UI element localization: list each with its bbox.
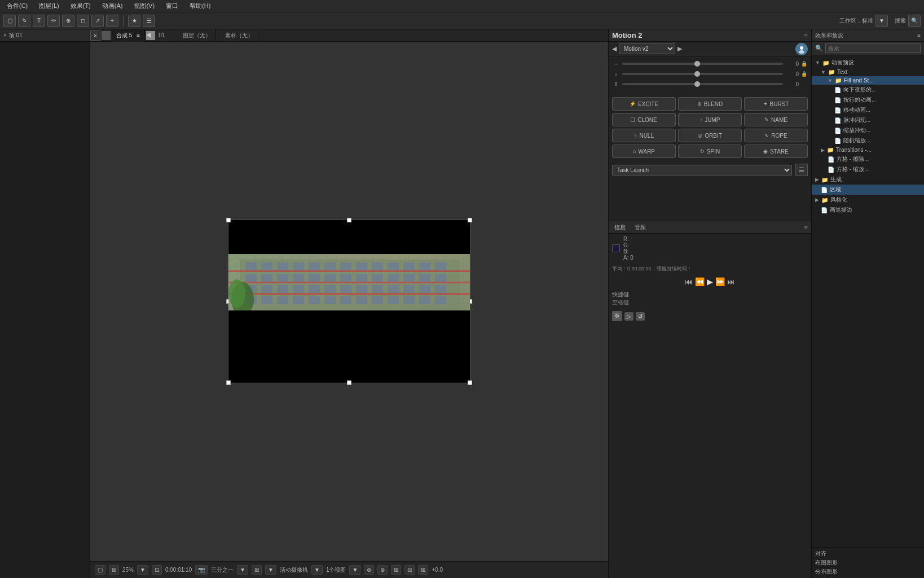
transfer-btn[interactable]: ⊕ xyxy=(364,565,374,575)
fx-item-8[interactable]: 📄 随机缩放... xyxy=(812,135,924,146)
fx-item-13[interactable]: 📄 区域 xyxy=(812,185,924,195)
view-toggle-btn[interactable]: ⊞ xyxy=(252,565,262,575)
fx-item-6[interactable]: 📄 脉冲闪现... xyxy=(812,115,924,125)
stare-button[interactable]: ◉ STARE xyxy=(744,144,808,158)
fx-item-2[interactable]: ▼ 📁 Fill and St... xyxy=(812,76,924,85)
clone-button[interactable]: ❑ CLONE xyxy=(612,113,676,126)
effects-menu-icon[interactable]: ≡ xyxy=(917,32,921,38)
motion-next-btn[interactable]: ▶ xyxy=(677,45,682,52)
handle-bc[interactable] xyxy=(347,380,351,385)
fx-item-1[interactable]: ▼ 📁 Text xyxy=(812,68,924,76)
snap-btn[interactable]: ⊡ xyxy=(152,565,162,575)
excite-button[interactable]: ⚡ EXCITE xyxy=(612,97,676,111)
fx-item-0[interactable]: ▼ 📁 动画预设 xyxy=(812,58,924,68)
handle-tl[interactable] xyxy=(226,218,231,222)
menu-item-0[interactable]: 合件(C) xyxy=(5,1,30,11)
slider-y-thumb[interactable] xyxy=(694,71,700,77)
fx-item-9[interactable]: ▶ 📁 Transitions -... xyxy=(812,146,924,154)
tool-pen[interactable]: ✎ xyxy=(18,15,30,27)
motion-prev-btn[interactable]: ◀ xyxy=(612,45,617,52)
jump-button[interactable]: ↑ JUMP xyxy=(678,113,742,126)
panel-tab-layer[interactable]: 图层（无） xyxy=(178,29,216,42)
effects-search-input[interactable] xyxy=(825,43,921,53)
tool-select[interactable]: ▢ xyxy=(3,15,16,27)
guide-btn[interactable]: ⊟ xyxy=(404,565,415,575)
cam-btn[interactable]: 📷 xyxy=(195,565,208,575)
slider-z-thumb[interactable] xyxy=(694,81,700,87)
tool-shape[interactable]: + xyxy=(106,15,118,27)
tool-text[interactable]: T xyxy=(33,15,45,27)
fx-item-10[interactable]: 📄 方格 - 擦除... xyxy=(812,154,924,164)
fx-item-5[interactable]: 📄 移动动画... xyxy=(812,105,924,115)
camera-dropdown[interactable]: ▼ xyxy=(311,565,323,575)
motion-menu-icon[interactable]: ≡ xyxy=(804,32,808,39)
view-mode-dropdown[interactable]: ▼ xyxy=(349,565,360,575)
view-dropdown[interactable]: ▼ xyxy=(265,565,276,575)
menu-item-2[interactable]: 效果(T) xyxy=(68,1,93,11)
tool-eraser[interactable]: ◻ xyxy=(77,15,89,27)
menu-item-6[interactable]: 帮助(H) xyxy=(187,1,213,11)
info-menu-icon[interactable]: ≡ xyxy=(804,224,808,231)
lock-x-icon[interactable]: 🔒 xyxy=(801,61,808,67)
menu-item-4[interactable]: 视图(V) xyxy=(131,1,157,11)
grid-btn[interactable]: ⊞ xyxy=(391,565,401,575)
tool-brush[interactable]: ✏ xyxy=(47,15,60,27)
slider-x-track[interactable] xyxy=(622,63,783,65)
slider-z-track[interactable] xyxy=(622,83,783,85)
fx-item-3[interactable]: 📄 向下变形的... xyxy=(812,85,924,95)
fx-item-7[interactable]: 📄 缩放冲动... xyxy=(812,125,924,135)
tool-star[interactable]: ★ xyxy=(128,15,140,27)
null-button[interactable]: ○ NULL xyxy=(612,129,676,142)
lang-icon-btn[interactable]: ▷ xyxy=(624,312,633,321)
info-tab-audio[interactable]: 音频 xyxy=(632,222,648,233)
fx-item-12[interactable]: ▶ 📁 生成 xyxy=(812,174,924,185)
tool-menu[interactable]: ☰ xyxy=(143,15,155,27)
task-options-btn[interactable]: ☰ xyxy=(795,164,808,176)
fx-item-11[interactable]: 📄 方格 - 缩放... xyxy=(812,164,924,174)
lang-cn-btn[interactable]: 英 xyxy=(612,311,622,321)
fx-item-4[interactable]: 📄 按行的动画... xyxy=(812,95,924,105)
motion-version-dropdown[interactable]: Motion v2 xyxy=(619,43,675,54)
menu-item-3[interactable]: 动画(A) xyxy=(100,1,125,11)
menu-item-1[interactable]: 图层(L) xyxy=(37,1,61,11)
zoom-dropdown[interactable]: ▼ xyxy=(137,565,148,575)
search-button[interactable]: 🔍 xyxy=(908,15,921,27)
fx-item-14[interactable]: ▶ 📁 风格化 xyxy=(812,195,924,205)
lang-reload-btn[interactable]: ↺ xyxy=(636,312,645,321)
transport-last-btn[interactable]: ⏭ xyxy=(727,277,735,286)
orbit-button[interactable]: ◎ ORBIT xyxy=(678,129,742,142)
tool-puppet[interactable]: ↗ xyxy=(91,15,104,27)
transport-play-btn[interactable]: ▶ xyxy=(707,277,713,286)
slider-y-track[interactable] xyxy=(622,73,783,75)
blend-button[interactable]: ⊕ BLEND xyxy=(678,97,742,111)
handle-bl[interactable] xyxy=(226,380,231,385)
task-launch-dropdown[interactable]: Task Launch xyxy=(612,165,792,176)
handle-tc[interactable] xyxy=(347,218,351,222)
panel-tab-footage[interactable]: 素材（无） xyxy=(221,29,258,42)
ruler-btn[interactable]: ⊞ xyxy=(418,565,428,575)
name-button[interactable]: ✎ NAME xyxy=(744,113,808,126)
layout-dropdown[interactable]: ▼ xyxy=(237,565,248,575)
transport-next-btn[interactable]: ⏩ xyxy=(715,277,725,286)
handle-br[interactable] xyxy=(468,380,472,385)
panel-tab-options[interactable]: ≡ xyxy=(137,32,140,38)
panel-close-btn[interactable]: × xyxy=(90,30,100,41)
slider-x-thumb[interactable] xyxy=(694,61,700,67)
tool-clone[interactable]: ⊕ xyxy=(62,15,74,27)
preview-toggle-btn[interactable]: ▢ xyxy=(95,565,105,575)
workspace-dropdown[interactable]: ▼ xyxy=(875,15,888,27)
fx-item-15[interactable]: 📄 画笔描边 xyxy=(812,205,924,215)
info-tab-info[interactable]: 信息 xyxy=(612,222,628,233)
warp-button[interactable]: ⌂ WARP xyxy=(612,144,676,158)
transport-prev-btn[interactable]: ⏪ xyxy=(695,277,705,286)
lock-y-icon[interactable]: 🔒 xyxy=(801,71,808,77)
handle-tr[interactable] xyxy=(468,218,472,222)
panel-tab-comp[interactable]: 合成 5 ≡ xyxy=(112,29,145,42)
menu-item-5[interactable]: 窗口 xyxy=(164,1,181,11)
burst-button[interactable]: ✦ BURST xyxy=(744,97,808,111)
spin-button[interactable]: ↻ SPIN xyxy=(678,144,742,158)
transport-first-btn[interactable]: ⏮ xyxy=(685,277,693,286)
overlay-btn[interactable]: ⊗ xyxy=(377,565,388,575)
viewer-type-btn[interactable]: ⊞ xyxy=(109,565,119,575)
rope-button[interactable]: ∿ ROPE xyxy=(744,129,808,142)
